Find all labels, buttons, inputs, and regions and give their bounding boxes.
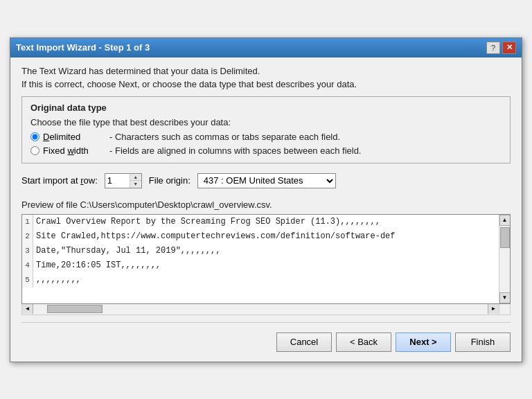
preview-line-4: 4 Time,20:16:05 IST,,,,,,,, — [22, 258, 499, 273]
scroll-left-arrow[interactable]: ◄ — [22, 304, 33, 314]
button-row: Cancel < Back Next > Finish — [21, 332, 511, 355]
title-bar: Text Import Wizard - Step 1 of 3 ? ✕ — [10, 38, 522, 57]
scroll-track-v[interactable] — [499, 226, 510, 292]
scroll-up-arrow[interactable]: ▲ — [499, 215, 511, 226]
title-bar-controls: ? ✕ — [486, 42, 516, 54]
line-num-1: 1 — [22, 215, 33, 229]
help-button[interactable]: ? — [486, 42, 500, 54]
radio-fixed-width[interactable] — [30, 146, 39, 155]
preview-line-1: 1 Crawl Overview Report by the Screaming… — [22, 215, 499, 229]
scroll-thumb-h[interactable] — [47, 305, 103, 313]
scroll-right-arrow[interactable]: ► — [488, 304, 499, 314]
radio-desc-delimited: - Characters such as commas or tabs sepa… — [109, 132, 340, 142]
next-button[interactable]: Next > — [396, 332, 451, 352]
file-origin-select[interactable]: 437 : OEM United States 65001 : Unicode … — [197, 173, 336, 188]
line-num-3: 3 — [22, 244, 33, 258]
radio-label-delimited[interactable]: Delimited — [30, 132, 105, 142]
horizontal-scrollbar-row: ◄ ► — [21, 304, 511, 315]
spin-down-button[interactable]: ▼ — [130, 181, 141, 188]
line-num-5: 5 — [22, 273, 33, 287]
line-content-1: Crawl Overview Report by the Screaming F… — [33, 215, 380, 229]
close-button[interactable]: ✕ — [502, 42, 516, 54]
group-box-label: Original data type — [30, 103, 502, 113]
preview-line-5: 5 ,,,,,,,,, — [22, 273, 499, 287]
start-row-label: Start import at row: — [21, 175, 98, 186]
line-num-4: 4 — [22, 258, 33, 273]
dialog-body: The Text Wizard has determined that your… — [10, 57, 522, 362]
preview-lines: 1 Crawl Overview Report by the Screaming… — [22, 215, 499, 303]
vertical-scrollbar[interactable]: ▲ ▼ — [499, 215, 510, 303]
back-button[interactable]: < Back — [336, 332, 391, 352]
radio-label-fixed[interactable]: Fixed width — [30, 145, 105, 156]
radio-group: Delimited - Characters such as commas or… — [30, 132, 502, 156]
finish-button[interactable]: Finish — [455, 332, 511, 352]
radio-desc-fixed: - Fields are aligned in columns with spa… — [109, 145, 361, 156]
start-row-input[interactable]: 1 — [105, 174, 130, 188]
line-content-5: ,,,,,,,,, — [33, 273, 81, 287]
radio-text-fixed: Fixed width — [43, 145, 105, 156]
scroll-down-arrow[interactable]: ▼ — [499, 292, 511, 303]
sub-label: Choose the file type that best describes… — [30, 117, 502, 127]
scroll-thumb-v[interactable] — [500, 227, 510, 248]
spin-buttons: ▲ ▼ — [130, 174, 141, 188]
line-content-3: Date,"Thursday, Jul 11, 2019",,,,,,,, — [33, 244, 220, 258]
intro-line1: The Text Wizard has determined that your… — [21, 66, 511, 76]
file-origin-label: File origin: — [149, 175, 190, 186]
row-import-section: Start import at row: 1 ▲ ▼ File origin: … — [21, 173, 511, 188]
radio-row-delimited: Delimited - Characters such as commas or… — [30, 132, 502, 142]
radio-text-delimited: Delimited — [43, 132, 105, 142]
preview-box: 1 Crawl Overview Report by the Screaming… — [21, 214, 511, 304]
scroll-track-h[interactable] — [33, 304, 488, 314]
start-row-spinner[interactable]: 1 ▲ ▼ — [105, 173, 142, 188]
preview-section: Preview of file C:\Users\computer\Deskto… — [21, 200, 511, 315]
line-num-2: 2 — [22, 229, 33, 244]
intro-line2: If this is correct, choose Next, or choo… — [21, 79, 511, 89]
separator — [21, 322, 511, 323]
preview-line-3: 3 Date,"Thursday, Jul 11, 2019",,,,,,,, — [22, 244, 499, 258]
radio-row-fixed: Fixed width - Fields are aligned in colu… — [30, 145, 502, 156]
dialog-window: Text Import Wizard - Step 1 of 3 ? ✕ The… — [10, 37, 522, 362]
radio-delimited[interactable] — [30, 132, 39, 141]
preview-label: Preview of file C:\Users\computer\Deskto… — [21, 200, 511, 210]
dialog-title: Text Import Wizard - Step 1 of 3 — [16, 42, 150, 53]
original-data-type-group: Original data type Choose the file type … — [21, 96, 511, 163]
line-content-4: Time,20:16:05 IST,,,,,,,, — [33, 258, 161, 273]
line-content-2: Site Crawled,https://www.computertechrev… — [33, 229, 395, 244]
spin-up-button[interactable]: ▲ — [130, 174, 141, 181]
cancel-button[interactable]: Cancel — [276, 332, 332, 352]
scrollbar-corner — [499, 304, 510, 314]
preview-line-2: 2 Site Crawled,https://www.computertechr… — [22, 229, 499, 244]
